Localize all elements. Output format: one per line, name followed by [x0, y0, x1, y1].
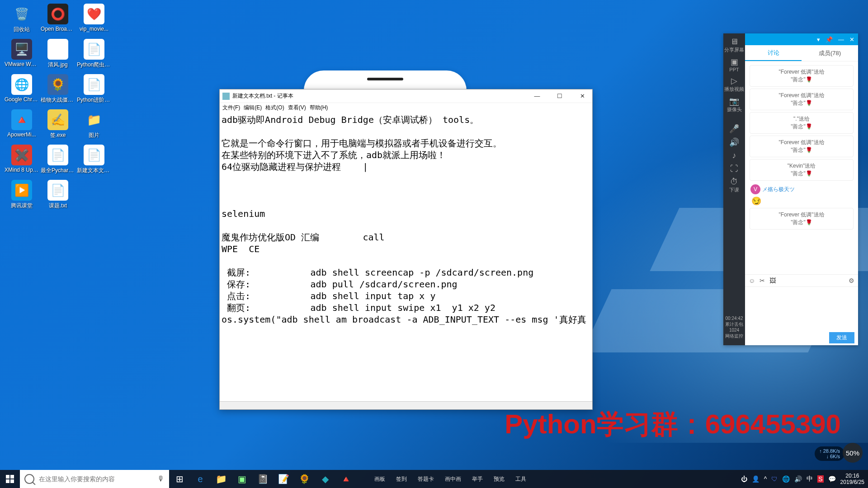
classroom-tool[interactable]: 画中画 — [445, 475, 461, 483]
classroom-tool[interactable]: 签到 — [396, 475, 407, 483]
menu-item[interactable]: 编辑(E) — [244, 104, 262, 112]
classroom-tool[interactable]: 举手 — [472, 475, 483, 483]
app-icon: ▦ — [47, 39, 68, 60]
desktop-icon[interactable]: 📄课题.txt — [41, 180, 75, 210]
minimize-button[interactable]: ― — [530, 93, 544, 99]
gift-message: "."送给"善念"🌹 — [750, 112, 854, 134]
app-icon: 🖥️ — [11, 39, 32, 60]
desktop-icon[interactable]: 📁图片 — [77, 109, 111, 139]
chat-log[interactable]: "Forever 低调"送给"善念"🌹"Forever 低调"送给"善念"🌹".… — [745, 61, 858, 274]
share-screen-button[interactable]: 🖥 分享屏幕 — [724, 37, 744, 53]
action-center-icon[interactable]: 💬 — [828, 475, 836, 483]
tab-discuss[interactable]: 讨论 — [745, 45, 802, 61]
net-icon[interactable]: 🌐 — [782, 475, 790, 483]
notepadpp-icon[interactable]: 📓 — [252, 470, 273, 488]
desktop-icon[interactable]: ▦清风.jpg — [41, 39, 75, 69]
explorer-icon[interactable]: 📁 — [211, 470, 231, 488]
chat-input[interactable] — [745, 287, 858, 330]
ime-icon[interactable]: 中 — [807, 475, 813, 483]
desktop-icon[interactable]: 🌐Google Chrome — [5, 74, 39, 104]
notepad-menu[interactable]: 文件(F)编辑(E)格式(O)查看(V)帮助(H) — [220, 103, 592, 113]
notepad-body[interactable]: adb驱动即Android Debug Bridge（安卓调试桥） tools。… — [220, 113, 592, 401]
mic-icon[interactable]: 🎙 — [157, 475, 165, 483]
classroom-tool[interactable]: 预览 — [494, 475, 505, 483]
taskbar-search[interactable]: 🎙 — [20, 470, 169, 488]
ppt-button[interactable]: ▣ PPT — [729, 57, 739, 72]
menu-item[interactable]: 帮助(H) — [310, 104, 328, 112]
menu-item[interactable]: 格式(O) — [265, 104, 284, 112]
play-video-button[interactable]: ▷ 播放视频 — [724, 76, 744, 93]
desktop-icon[interactable]: 📄Python进阶爬虫 数据... — [77, 74, 111, 104]
speaker-icon[interactable]: 🔊 — [729, 137, 739, 147]
watermark-text: Python学习群：696455390 — [505, 406, 841, 443]
notepad-task-icon[interactable]: 📝 — [273, 470, 294, 488]
chat-minimize-icon[interactable]: ― — [838, 36, 844, 43]
desktop-icon[interactable]: ✍️签.exe — [41, 109, 75, 139]
sogou-icon[interactable]: S — [817, 475, 823, 483]
phone-speaker — [367, 78, 403, 80]
desktop-icon[interactable]: ▶️腾讯课堂 — [5, 180, 39, 210]
notepad-window[interactable]: 新建文本文档.txt - 记事本 ― ☐ ✕ 文件(F)编辑(E)格式(O)查看… — [219, 89, 593, 410]
notepad-titlebar[interactable]: 新建文本文档.txt - 记事本 ― ☐ ✕ — [220, 89, 592, 103]
app-icon: 🔺 — [11, 109, 32, 130]
chevron-down-icon[interactable]: ▾ — [817, 36, 820, 43]
mirror-app-icon[interactable]: 🔺 — [335, 470, 356, 488]
chat-window-controls: ▾ 📌 ― ✕ — [745, 33, 858, 45]
blue-app-icon[interactable]: ◆ — [315, 470, 335, 488]
chevron-up-icon[interactable]: ^ — [764, 475, 767, 483]
image-icon[interactable]: 🖼 — [769, 277, 776, 284]
icon-label: ApowerMi... — [5, 131, 39, 138]
fullscreen-icon[interactable]: ⛶ — [730, 164, 738, 174]
mic-icon[interactable]: 🎤 — [729, 124, 739, 134]
classroom-tool[interactable]: 画板 — [374, 475, 385, 483]
app-icon: 📄 — [47, 180, 68, 201]
music-icon[interactable]: ♪ — [732, 151, 736, 160]
app-icon: ⭕ — [47, 4, 68, 24]
username: メ殇ら极天ツ — [762, 186, 795, 193]
scissors-icon[interactable]: ✂ — [760, 277, 765, 284]
desktop-icon[interactable]: 🔺ApowerMi... — [5, 109, 39, 139]
gear-icon[interactable]: ⚙ — [849, 277, 854, 284]
people-icon[interactable]: 👤 — [752, 475, 760, 483]
end-class-button[interactable]: ⏱ 下课 — [729, 177, 739, 193]
taskbar-clock[interactable]: 20:16 2019/6/25 — [840, 473, 864, 486]
desktop-icon[interactable]: 📄Python爬虫课程大纲... — [77, 39, 111, 69]
pin-icon[interactable]: 📌 — [826, 36, 833, 43]
send-button[interactable]: 发送 — [829, 332, 854, 343]
search-input[interactable] — [39, 475, 157, 483]
power-icon[interactable]: ⏻ — [741, 475, 747, 483]
maximize-button[interactable]: ☐ — [552, 93, 567, 99]
desktop-icon[interactable]: 📄最全Pycharm... — [41, 145, 75, 174]
ppt-icon: ▣ — [729, 57, 739, 67]
desktop-icon[interactable]: 🗑️回收站 — [5, 4, 39, 33]
camera-button[interactable]: 📷 摄像头 — [727, 96, 742, 113]
desktop-icon[interactable]: ✖️XMind 8 Update 8 — [5, 145, 39, 174]
chat-close-icon[interactable]: ✕ — [849, 36, 854, 43]
sunflower-icon[interactable]: 🌻 — [294, 470, 315, 488]
task-view-button[interactable]: ⊞ — [169, 470, 190, 488]
shield-icon[interactable]: 🛡 — [771, 475, 778, 483]
desktop-icon[interactable]: ⭕Open Broadcast... — [41, 4, 75, 33]
chat-emoji-message: 😏 — [747, 196, 856, 206]
app-icon: 🗑️ — [11, 4, 32, 24]
app-icon: ✍️ — [47, 109, 68, 130]
start-button[interactable] — [0, 470, 20, 488]
menu-item[interactable]: 查看(V) — [288, 104, 306, 112]
classroom-tool[interactable]: 答题卡 — [418, 475, 434, 483]
tab-members[interactable]: 成员(78) — [802, 45, 858, 61]
pycharm-icon[interactable]: ▣ — [231, 470, 252, 488]
volume-icon[interactable]: 🔊 — [794, 475, 802, 483]
desktop-icon[interactable]: 🌻植物大战僵尸中文版 — [41, 74, 75, 104]
emoji-icon[interactable]: ☺ — [749, 277, 755, 284]
desktop-icon[interactable]: ❤️vip_movie... — [77, 4, 111, 33]
menu-item[interactable]: 文件(F) — [222, 104, 240, 112]
desktop-icon[interactable]: 🖥️VMware Workstati... — [5, 39, 39, 69]
netspeed-widget[interactable]: ↑ 28.8K/s ↓ 6K/s — [815, 446, 844, 461]
classroom-tool[interactable]: 工具 — [515, 475, 526, 483]
desktop-icon[interactable]: 📄新建文本文档.txt — [77, 145, 111, 174]
edge-icon[interactable]: e — [190, 470, 211, 488]
close-button[interactable]: ✕ — [575, 93, 590, 99]
app-icon: 🌐 — [11, 74, 32, 95]
volume-indicator[interactable]: 50% — [843, 443, 863, 463]
app-icon: 📄 — [84, 145, 104, 165]
